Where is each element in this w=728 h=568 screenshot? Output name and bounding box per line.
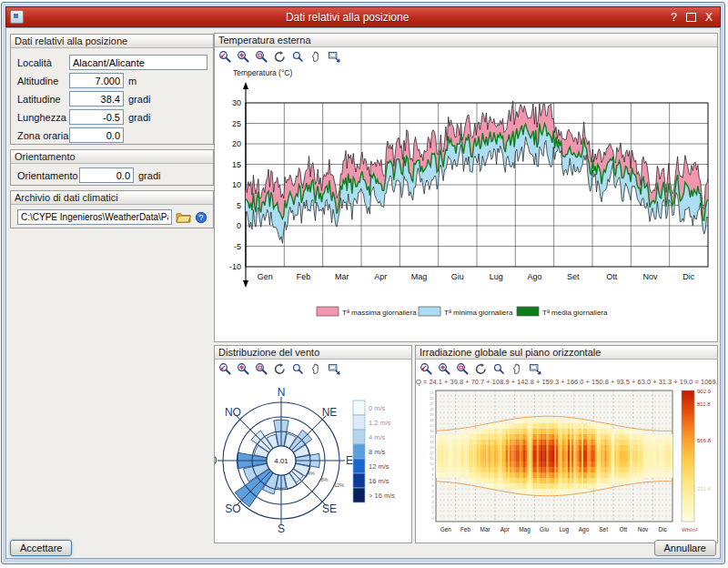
zoom-in-icon[interactable] [290, 50, 306, 65]
svg-text:Apr: Apr [374, 272, 387, 281]
altitude-unit: m [128, 76, 136, 86]
svg-text:7: 7 [432, 479, 434, 482]
svg-text:4: 4 [432, 495, 434, 499]
pan-icon[interactable] [308, 362, 324, 377]
svg-text:Dic: Dic [658, 526, 667, 532]
pan-icon[interactable] [308, 50, 324, 65]
help-icon[interactable]: ? [671, 12, 677, 23]
svg-text:12 m/s: 12 m/s [369, 462, 389, 471]
weather-file-path-input[interactable] [17, 209, 172, 225]
timezone-label: Zona oraria [17, 130, 69, 141]
redraw-icon[interactable] [473, 362, 489, 377]
zoom-in-icon[interactable] [290, 362, 306, 377]
svg-text:12: 12 [430, 451, 434, 455]
accept-button[interactable]: Accettare [10, 540, 72, 556]
svg-text:Ago: Ago [527, 272, 541, 281]
svg-text:NO: NO [225, 406, 241, 419]
orientation-unit: gradi [138, 170, 160, 181]
save-image-icon[interactable] [327, 50, 342, 65]
zoom-previous-icon[interactable] [419, 362, 434, 377]
zoom-all-icon[interactable] [236, 50, 251, 65]
svg-text:25: 25 [232, 119, 241, 128]
wind-panel: Distribuzione del vento 4.014%8%12%NNEES… [214, 345, 412, 543]
irradiation-chart: 01234567891011121314151617181920212223Ge… [416, 387, 717, 543]
save-image-icon[interactable] [528, 362, 543, 377]
svg-text:Feb: Feb [297, 272, 311, 281]
save-image-icon[interactable] [327, 362, 342, 377]
cancel-button[interactable]: Annullare [654, 540, 716, 556]
zoom-window-icon[interactable] [254, 50, 269, 65]
svg-text:0: 0 [432, 517, 434, 521]
position-data-panel-title: Dati relativi alla posizione [11, 35, 213, 48]
window-title: Dati relativi alla posizione [24, 11, 671, 24]
svg-text:20: 20 [232, 139, 241, 148]
svg-text:> 16 m/s: > 16 m/s [369, 492, 395, 500]
svg-text:Ott: Ott [606, 272, 618, 281]
weather-file-panel: Archivio di dati climatici ? [10, 190, 214, 228]
svg-text:811.8: 811.8 [697, 401, 711, 407]
svg-text:Wh/m²: Wh/m² [682, 527, 698, 532]
svg-text:10: 10 [232, 180, 241, 189]
svg-text:4%: 4% [308, 471, 315, 476]
temperature-toolbar [215, 47, 717, 65]
pan-icon[interactable] [510, 362, 525, 377]
orientation-panel-title: Orientamento [11, 150, 213, 164]
zoom-window-icon[interactable] [254, 362, 269, 377]
svg-text:23: 23 [430, 391, 434, 395]
svg-text:15: 15 [430, 435, 434, 439]
svg-text:Gen: Gen [258, 272, 273, 281]
latitude-input[interactable] [69, 91, 124, 106]
zoom-window-icon[interactable] [455, 362, 470, 377]
svg-text:0: 0 [237, 221, 241, 230]
svg-text:13: 13 [430, 446, 434, 450]
svg-text:Mag: Mag [411, 272, 428, 281]
svg-text:Tª minima giornaliera: Tª minima giornaliera [444, 309, 513, 317]
irradiation-panel: Irradiazione globale sul piano orizzonta… [415, 345, 718, 543]
svg-text:0 m/s: 0 m/s [369, 404, 386, 412]
longitude-label: Lunghezza [17, 112, 69, 123]
close-icon[interactable]: X [705, 12, 713, 23]
zoom-previous-icon[interactable] [217, 50, 233, 65]
svg-text:14: 14 [430, 441, 434, 444]
svg-text:Feb: Feb [460, 526, 471, 532]
svg-text:Tª media giornaliera: Tª media giornaliera [542, 309, 608, 317]
redraw-icon[interactable] [272, 362, 288, 377]
svg-text:902.0: 902.0 [697, 389, 712, 394]
zoom-previous-icon[interactable] [217, 362, 233, 377]
temperature-panel-title: Temperatura esterna [215, 34, 717, 47]
altitude-label: Altitudine [17, 76, 69, 86]
svg-text:20: 20 [430, 408, 434, 411]
svg-text:SO: SO [225, 502, 240, 515]
svg-text:Mar: Mar [335, 272, 349, 281]
svg-text:8: 8 [432, 473, 434, 477]
svg-text:18: 18 [430, 419, 434, 422]
dialog-client-area: Dati relativi alla posizione Località Al… [5, 27, 721, 559]
orientation-input[interactable] [79, 167, 134, 183]
longitude-input[interactable] [69, 109, 124, 125]
irradiation-toolbar [416, 360, 717, 377]
svg-text:4.01: 4.01 [274, 457, 288, 465]
zoom-all-icon[interactable] [437, 362, 452, 377]
svg-text:2: 2 [432, 506, 434, 510]
svg-text:O: O [215, 454, 217, 467]
svg-text:19: 19 [430, 413, 434, 417]
zoom-all-icon[interactable] [236, 362, 251, 377]
locality-input[interactable] [69, 55, 207, 70]
svg-text:Ott: Ott [619, 526, 627, 532]
open-folder-icon[interactable] [176, 211, 191, 223]
altitude-input[interactable] [69, 73, 124, 88]
svg-text:22: 22 [430, 397, 434, 401]
zoom-in-icon[interactable] [491, 362, 507, 377]
redraw-icon[interactable] [272, 50, 288, 65]
svg-text:8%: 8% [320, 477, 328, 482]
latitude-label: Latitudine [17, 94, 69, 105]
svg-text:Apr: Apr [500, 526, 511, 533]
svg-text:Lug: Lug [559, 526, 569, 533]
orientation-panel: Orientamento Orientamento gradi [10, 149, 214, 186]
maximize-icon[interactable] [686, 13, 696, 22]
svg-text:16: 16 [430, 430, 434, 433]
info-icon[interactable]: ? [195, 211, 207, 224]
svg-text:5: 5 [432, 490, 434, 493]
svg-text:5: 5 [237, 201, 241, 210]
timezone-input[interactable] [69, 127, 124, 143]
